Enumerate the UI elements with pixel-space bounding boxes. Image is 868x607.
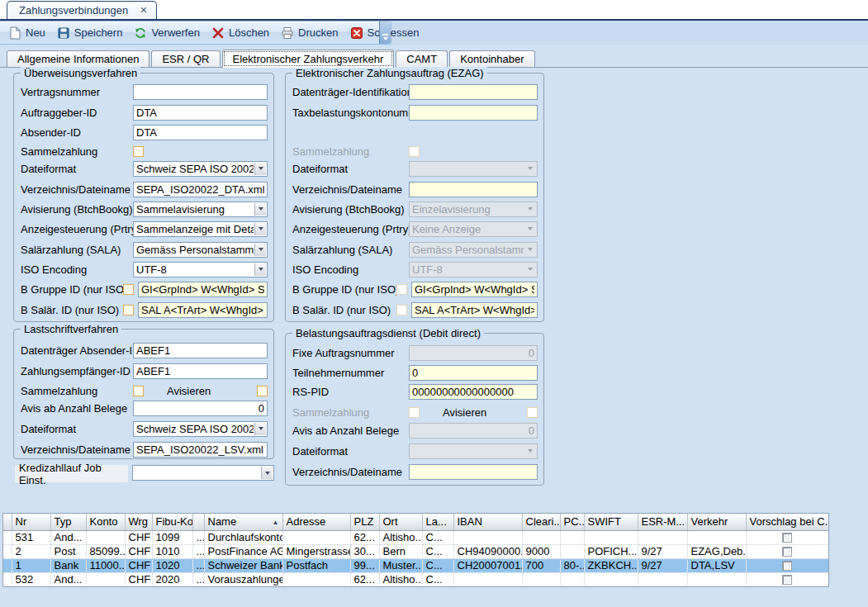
chevron-down-icon[interactable]	[261, 467, 273, 479]
grid-cell[interactable]	[282, 530, 350, 544]
grid-cell[interactable]: 700	[522, 558, 560, 572]
print-button[interactable]: Drucken	[275, 25, 344, 41]
table-row[interactable]: 532And...CHF2020...Vorauszahlungen62...A…	[3, 572, 828, 586]
grid-cell[interactable]: Postfach	[282, 558, 350, 572]
grid-cell[interactable]: Schweizer Bank	[204, 558, 282, 572]
grid-cell[interactable]: EZAG,Deb...	[687, 544, 746, 558]
b-salaer-id-checkbox[interactable]	[123, 305, 134, 315]
grid-cell[interactable]: ...	[192, 572, 204, 586]
grid-cell[interactable]	[638, 530, 687, 544]
grid-cell[interactable]: 62...	[350, 530, 379, 544]
tab-esr-qr[interactable]: ESR / QR	[151, 50, 220, 67]
grid-cell[interactable]	[687, 530, 746, 544]
anzeigesteuerung-dropdown[interactable]: Sammelanzeige mit Details	[133, 221, 268, 237]
sammelzahlung-checkbox[interactable]	[409, 146, 420, 157]
chevron-down-icon[interactable]	[254, 423, 266, 435]
vertragsnummer-input[interactable]	[133, 84, 268, 100]
grid-cell[interactable]	[560, 530, 584, 544]
column-header[interactable]: Fibu-Ko...	[152, 514, 192, 530]
b-salaer-id-input[interactable]	[411, 302, 538, 318]
grid-cell[interactable]: CHF	[125, 530, 152, 544]
grid-cell[interactable]: Vorauszahlungen	[204, 572, 282, 586]
avisieren-checkbox[interactable]	[527, 407, 538, 418]
chevron-down-icon[interactable]	[254, 163, 266, 175]
column-header[interactable]: Cleari...	[522, 514, 560, 530]
avisieren-checkbox[interactable]	[257, 386, 268, 396]
tab-elektronischer-zahlungsverkehr[interactable]: Elektronischer Zahlungsverkehr	[222, 50, 395, 68]
row-proposal-checkbox[interactable]	[782, 547, 792, 557]
b-salaer-id-input[interactable]	[138, 302, 268, 318]
grid-cell[interactable]	[687, 572, 746, 586]
row-proposal-checkbox[interactable]	[782, 561, 792, 571]
grid-cell[interactable]	[86, 572, 125, 586]
column-header[interactable]: IBAN	[453, 514, 522, 530]
grid-cell[interactable]: Post	[50, 544, 86, 558]
dateiformat-dropdown[interactable]: Schweiz SEPA ISO 20022 XM	[133, 161, 268, 177]
grid-cell[interactable]: 9000	[522, 544, 560, 558]
new-button[interactable]: Neu	[2, 25, 51, 41]
datentraeger-absender-id-input[interactable]	[133, 343, 268, 358]
grid-cell[interactable]: 531	[12, 530, 50, 544]
grid-cell[interactable]: Bern	[379, 544, 422, 558]
grid-cell[interactable]	[584, 572, 638, 586]
grid-cell[interactable]: 1020	[152, 558, 192, 572]
column-header[interactable]: La...	[422, 514, 453, 530]
grid-cell[interactable]	[584, 530, 638, 544]
teilnehmernummer-input[interactable]	[409, 365, 538, 381]
row-proposal-checkbox[interactable]	[782, 533, 792, 543]
kredizahllauf-dropdown[interactable]	[132, 465, 274, 481]
zahlungsempfaenger-id-input[interactable]	[133, 363, 268, 379]
save-button[interactable]: Speichern	[51, 25, 129, 41]
datentraeger-identifikation-input[interactable]	[409, 84, 538, 100]
column-header[interactable]	[192, 514, 204, 530]
grid-cell[interactable]	[522, 572, 560, 586]
tab-allgemeine-informationen[interactable]: Allgemeine Informationen	[7, 50, 149, 67]
column-header[interactable]: Nr	[12, 514, 50, 530]
grid-cell[interactable]: ...	[192, 544, 204, 558]
grid-cell[interactable]: 9/27	[638, 558, 687, 572]
verzeichnis-input[interactable]	[133, 442, 268, 458]
grid-cell[interactable]	[453, 572, 522, 586]
auftraggeber-id-input[interactable]	[133, 105, 268, 121]
chevron-down-icon[interactable]	[254, 263, 266, 276]
row-proposal-checkbox[interactable]	[782, 575, 792, 585]
grid-cell[interactable]: 99...	[350, 558, 379, 572]
salaerzahlung-dropdown[interactable]: Gemäss Personalstamm	[133, 242, 268, 258]
avisierung-dropdown[interactable]: Sammelavisierung	[133, 202, 268, 217]
grid-cell[interactable]	[560, 544, 584, 558]
column-header[interactable]: Konto	[86, 514, 125, 530]
dateiformat-dropdown[interactable]: Schweiz SEPA ISO 20022 XM	[133, 421, 268, 437]
grid-cell[interactable]: 1099	[152, 530, 192, 544]
grid-cell[interactable]: 2020	[152, 572, 192, 586]
grid-cell[interactable]: Bank	[50, 558, 86, 572]
grid-cell[interactable]: DTA,LSV	[687, 558, 746, 572]
grid-cell[interactable]: 85099...	[86, 544, 125, 558]
column-header[interactable]: ESR-M...	[638, 514, 687, 530]
document-tab-close-icon[interactable]: ✕	[140, 6, 147, 15]
grid-cell[interactable]: ...	[192, 530, 204, 544]
grid-cell[interactable]: 1010	[152, 544, 192, 558]
verzeichnis-input[interactable]	[409, 464, 538, 480]
grid-cell[interactable]: 62...	[350, 572, 379, 586]
column-header[interactable]: PLZ	[350, 514, 379, 530]
b-gruppe-id-input[interactable]	[138, 282, 268, 297]
chevron-down-icon[interactable]	[254, 223, 266, 235]
grid-cell[interactable]: 11000...	[86, 558, 125, 572]
b-gruppe-id-input[interactable]	[411, 282, 538, 297]
grid-cell[interactable]	[453, 530, 522, 544]
grid-cell[interactable]	[638, 572, 687, 586]
grid-cell[interactable]: 532	[12, 572, 50, 586]
grid-cell[interactable]	[560, 572, 584, 586]
grid-cell[interactable]: C...	[422, 558, 453, 572]
column-header[interactable]: Name▲	[204, 514, 282, 530]
b-gruppe-id-checkbox[interactable]	[123, 284, 134, 295]
column-header[interactable]	[3, 514, 12, 530]
grid-cell[interactable]: ...	[192, 558, 204, 572]
sammelzahlung-checkbox[interactable]	[133, 146, 144, 157]
verzeichnis-input[interactable]	[133, 182, 268, 197]
sammelzahlung-checkbox[interactable]	[133, 386, 144, 396]
grid-cell[interactable]: CHF	[125, 558, 152, 572]
grid-cell[interactable]: Durchlaufskonto	[204, 530, 282, 544]
column-header[interactable]: SWIFT	[584, 514, 638, 530]
grid-cell[interactable]: POFICH...	[584, 544, 638, 558]
